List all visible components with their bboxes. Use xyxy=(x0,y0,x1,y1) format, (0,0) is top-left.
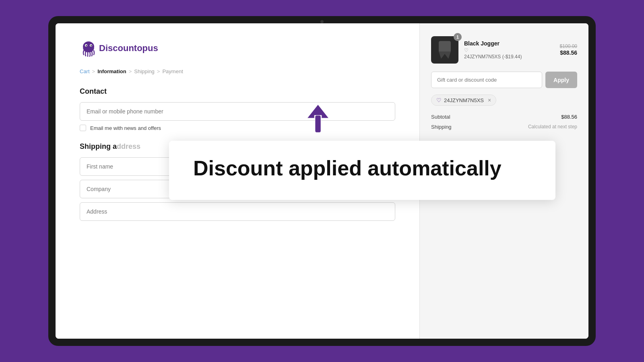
sep3: > xyxy=(157,68,160,74)
svg-point-3 xyxy=(86,45,87,46)
logo: Discountopus xyxy=(80,39,395,57)
svg-rect-6 xyxy=(315,115,321,133)
subtotal-row: Subtotal $88.56 xyxy=(431,114,577,120)
product-info: Black Jogger ♡ 24JZYNM7N5XS (-$19.44) xyxy=(464,40,554,60)
product-badge: 1 xyxy=(454,33,462,41)
product-image-wrap: 1 xyxy=(431,36,458,64)
sep1: > xyxy=(92,68,95,74)
apply-button[interactable]: Apply xyxy=(545,72,577,88)
breadcrumb-payment[interactable]: Payment xyxy=(162,68,183,74)
discount-remove-button[interactable]: × xyxy=(488,97,491,103)
discount-tag: ♡ 24JZYNM7N5XS × xyxy=(431,95,496,106)
svg-rect-5 xyxy=(439,41,451,52)
discount-row: Apply xyxy=(431,72,577,88)
shipping-value: Calculated at next step xyxy=(528,124,577,130)
overlay-message: Discount applied automatically xyxy=(193,157,531,180)
email-checkbox-label: Email me with news and offers xyxy=(90,125,161,131)
breadcrumb: Cart > Information > Shipping > Payment xyxy=(80,68,395,74)
product-name: Black Jogger xyxy=(464,40,554,47)
price-discounted: $88.56 xyxy=(560,49,577,56)
product-price: $100.00 $88.56 xyxy=(560,43,577,56)
product-heart-icon: ♡ xyxy=(464,47,554,53)
discount-code-input[interactable] xyxy=(431,72,542,88)
arrow-icon xyxy=(306,105,330,137)
product-code: 24JZYNM7N5XS (-$19.44) xyxy=(464,54,554,60)
camera-dot xyxy=(320,20,324,23)
subtotal-label: Subtotal xyxy=(431,114,450,120)
price-original: $100.00 xyxy=(560,43,577,49)
product-row: 1 Black Jogger ♡ 24JZYNM7N5XS (-$19.44) … xyxy=(431,36,577,64)
laptop-frame: Discountopus Cart > Information > Shippi… xyxy=(48,16,596,346)
contact-heading: Contact xyxy=(80,87,395,96)
discount-overlay-panel: Discount applied automatically xyxy=(169,141,555,200)
email-input[interactable] xyxy=(80,102,395,121)
breadcrumb-shipping[interactable]: Shipping xyxy=(134,68,155,74)
breadcrumb-cart[interactable]: Cart xyxy=(80,68,90,74)
email-checkbox-row: Email me with news and offers xyxy=(80,125,395,131)
logo-icon xyxy=(80,39,97,57)
address-input[interactable] xyxy=(80,202,395,221)
arrow-indicator xyxy=(306,105,330,138)
sep2: > xyxy=(129,68,132,74)
email-checkbox[interactable] xyxy=(80,125,86,131)
discount-heart-icon: ♡ xyxy=(436,97,442,103)
shipping-label: Shipping xyxy=(431,124,452,130)
shipping-row: Shipping Calculated at next step xyxy=(431,124,577,130)
subtotal-value: $88.56 xyxy=(561,114,577,120)
breadcrumb-information[interactable]: Information xyxy=(97,68,126,74)
product-image xyxy=(431,36,458,64)
logo-text: Discountopus xyxy=(99,43,158,53)
discount-code-value: 24JZYNM7N5XS xyxy=(444,97,484,103)
svg-point-4 xyxy=(91,45,92,46)
product-thumbnail-icon xyxy=(437,40,452,60)
